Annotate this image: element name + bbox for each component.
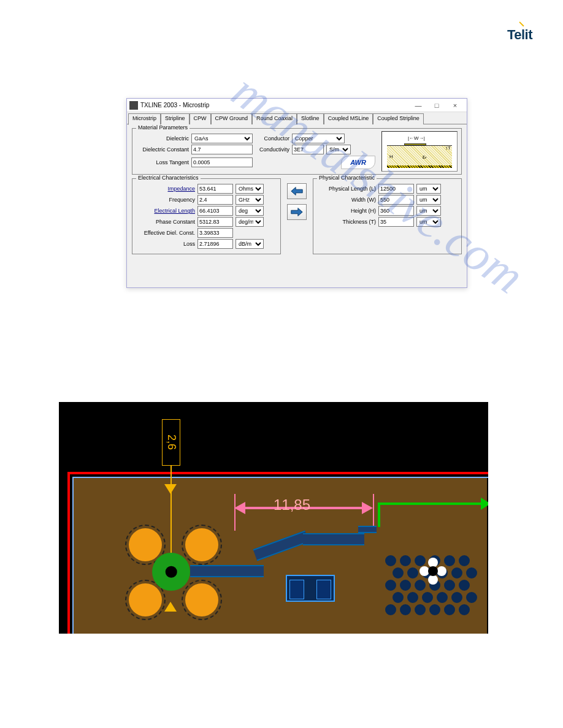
eff-diel-input[interactable] xyxy=(197,228,233,238)
conductor-label: Conductor xyxy=(255,135,289,142)
dimension-vertical-line xyxy=(170,466,172,558)
dielectric-const-input[interactable] xyxy=(191,145,253,154)
tab-round-coaxial[interactable]: Round Coaxial xyxy=(252,113,297,124)
conductivity-input[interactable] xyxy=(292,145,324,154)
tab-slotline[interactable]: Slotline xyxy=(297,113,324,124)
via-cluster xyxy=(385,555,483,629)
fiducial-icon xyxy=(419,558,446,585)
eff-diel-label: Effective Diel. Const. xyxy=(136,230,195,236)
phys-height-input[interactable] xyxy=(378,206,414,216)
elec-length-unit-select[interactable]: deg xyxy=(236,206,264,216)
cross-section-diagram: |←W→| H εᵣ ↕T xyxy=(381,131,458,172)
phase-const-unit-select[interactable]: deg/m xyxy=(236,217,264,227)
loss-tangent-label: Loss Tangent xyxy=(136,159,189,165)
compute-right-button[interactable] xyxy=(287,204,307,220)
maximize-button[interactable]: □ xyxy=(427,100,446,111)
tab-stripline[interactable]: Stripline xyxy=(161,113,190,124)
conductivity-label: Conductivity xyxy=(255,146,289,153)
diagram-t-label: ↕T xyxy=(445,145,451,151)
dimension-vertical: 2,6 xyxy=(162,419,180,466)
rf-trace xyxy=(190,565,264,577)
pcb-pad xyxy=(129,583,162,616)
dimension-arrow-icon xyxy=(234,502,245,514)
phys-thickness-input[interactable] xyxy=(378,217,414,227)
tab-cpw-ground[interactable]: CPW Ground xyxy=(211,113,253,124)
material-group-title: Material Parameters xyxy=(136,124,190,131)
loss-input[interactable] xyxy=(197,239,233,249)
tab-microstrip[interactable]: Microstrip xyxy=(128,113,161,125)
dielectric-const-label: Dielectric Constant xyxy=(136,146,189,153)
green-direction-stub xyxy=(378,502,380,527)
dimension-arrow-icon xyxy=(362,502,373,514)
frequency-unit-select[interactable]: GHz xyxy=(236,195,264,205)
telit-logo: ⸌ Telit xyxy=(507,27,532,43)
pcb-pad xyxy=(185,528,218,561)
phase-const-label: Phase Constant xyxy=(136,219,195,225)
frequency-label: Frequency xyxy=(136,197,195,203)
phys-length-label: Physical Length (L) xyxy=(317,186,376,192)
rf-trace xyxy=(303,533,364,545)
loss-unit-select[interactable]: dB/m xyxy=(236,239,264,249)
phase-const-input[interactable] xyxy=(197,217,233,227)
phys-length-input[interactable] xyxy=(378,184,414,194)
tab-cpw[interactable]: CPW xyxy=(190,113,211,124)
dimension-horizontal: 11,85 xyxy=(234,499,373,517)
elec-length-label[interactable]: Electrical Length xyxy=(136,208,195,214)
loss-tangent-input[interactable] xyxy=(191,157,253,167)
minimize-button[interactable]: — xyxy=(409,100,427,111)
diagram-er-label: εᵣ xyxy=(423,154,426,160)
window-title: TXLINE 2003 - Microstrip xyxy=(140,102,409,108)
app-icon xyxy=(129,101,138,110)
phys-thickness-label: Thickness (T) xyxy=(317,219,376,225)
dielectric-select[interactable]: GaAs xyxy=(191,134,253,143)
logo-accent-icon: ⸌ xyxy=(519,21,524,34)
phys-width-unit-select[interactable]: um xyxy=(416,195,441,205)
material-parameters-group: Material Parameters |←W→| H εᵣ ↕T Dielec… xyxy=(132,128,462,175)
conductor-select[interactable]: Copper xyxy=(292,134,345,143)
physical-characteristic-group: Physical Characteristic Physical Length … xyxy=(313,178,462,254)
impedance-unit-select[interactable]: Ohms xyxy=(236,184,264,194)
physical-group-title: Physical Characteristic xyxy=(317,175,377,181)
arrow-right-icon xyxy=(290,207,304,218)
diagram-h-label: H xyxy=(389,154,393,159)
electrical-group-title: Electrical Characteristics xyxy=(136,175,201,181)
smd-component xyxy=(286,575,335,602)
electrical-characteristics-group: Electrical Characteristics Impedance Ohm… xyxy=(132,178,281,254)
tabs: Microstrip Stripline CPW CPW Ground Roun… xyxy=(127,112,467,124)
phys-thickness-unit-select[interactable]: um xyxy=(416,217,441,227)
phys-height-unit-select[interactable]: um xyxy=(416,206,441,216)
dimension-horizontal-value: 11,85 xyxy=(274,496,310,514)
phys-width-label: Width (W) xyxy=(317,197,376,203)
pcb-pad xyxy=(185,583,218,616)
pcb-layout-figure: 2,6 11,85 xyxy=(59,402,488,634)
awr-logo: AWR xyxy=(341,156,375,169)
impedance-input[interactable] xyxy=(197,184,233,194)
diagram-w-label: |←W→| xyxy=(408,135,425,141)
phys-width-input[interactable] xyxy=(378,195,414,205)
phys-length-unit-select[interactable]: um xyxy=(416,184,441,194)
conductivity-unit-select[interactable]: S/m xyxy=(326,145,351,154)
green-direction-arrow-icon xyxy=(378,502,482,505)
dielectric-label: Dielectric xyxy=(136,135,189,142)
dimension-extension-line xyxy=(373,494,374,531)
rf-trace xyxy=(358,526,377,533)
compute-direction-panel xyxy=(285,178,309,258)
arrow-left-icon xyxy=(290,186,304,197)
pcb-pad-rf xyxy=(152,553,190,591)
dimension-arrow-icon xyxy=(164,602,177,612)
txline-window: TXLINE 2003 - Microstrip — □ × Microstri… xyxy=(126,98,467,288)
dimension-arrow-icon xyxy=(164,484,177,494)
impedance-label[interactable]: Impedance xyxy=(136,186,195,192)
pcb-pad xyxy=(129,528,162,561)
phys-height-label: Height (H) xyxy=(317,208,376,214)
loss-label: Loss xyxy=(136,241,195,247)
tab-coupled-stripline[interactable]: Coupled Stripline xyxy=(373,113,424,124)
titlebar[interactable]: TXLINE 2003 - Microstrip — □ × xyxy=(127,99,467,112)
close-button[interactable]: × xyxy=(446,100,464,111)
frequency-input[interactable] xyxy=(197,195,233,205)
elec-length-input[interactable] xyxy=(197,206,233,216)
tab-coupled-msline[interactable]: Coupled MSLine xyxy=(324,113,373,124)
compute-left-button[interactable] xyxy=(287,183,307,199)
